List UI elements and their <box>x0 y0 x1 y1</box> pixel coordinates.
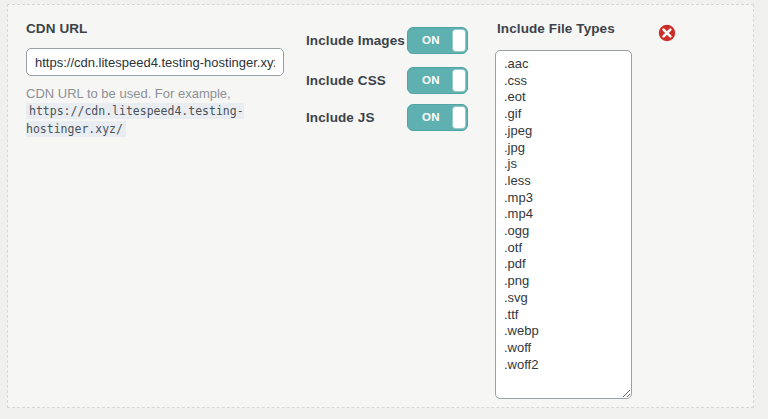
dismiss-icon[interactable] <box>658 24 676 42</box>
cdn-url-description-text: CDN URL to be used. For example, <box>26 86 231 101</box>
cdn-url-label: CDN URL <box>26 21 87 36</box>
toggle-knob <box>453 30 465 51</box>
include-file-types-textarea[interactable]: .aac .css .eot .gif .jpeg .jpg .js .less… <box>495 50 632 399</box>
toggle-knob <box>453 70 465 91</box>
toggle-row-include-js: Include JS ON <box>306 103 468 131</box>
cdn-url-input[interactable] <box>26 48 284 76</box>
include-images-toggle-state: ON <box>408 28 454 53</box>
cdn-settings-panel: CDN URL CDN URL to be used. For example,… <box>7 4 754 408</box>
toggle-row-include-images: Include Images ON <box>306 26 468 54</box>
toggle-row-include-css: Include CSS ON <box>306 66 468 94</box>
include-css-toggle-state: ON <box>408 68 454 93</box>
include-images-label: Include Images <box>306 33 405 48</box>
toggle-knob <box>453 107 465 128</box>
include-js-label: Include JS <box>306 110 375 125</box>
include-js-toggle[interactable]: ON <box>407 104 468 131</box>
cdn-url-description: CDN URL to be used. For example, https:/… <box>26 85 288 138</box>
include-css-toggle[interactable]: ON <box>407 67 468 94</box>
cdn-url-example-code: https://cdn.litespeed4.testing-hostinger… <box>26 103 244 137</box>
include-file-types-label: Include File Types <box>497 21 615 36</box>
cdn-settings-page: { "colors": { "accent_teal": "#5fb0b0", … <box>0 0 768 419</box>
include-images-toggle[interactable]: ON <box>407 27 468 54</box>
include-js-toggle-state: ON <box>408 105 454 130</box>
include-css-label: Include CSS <box>306 73 386 88</box>
